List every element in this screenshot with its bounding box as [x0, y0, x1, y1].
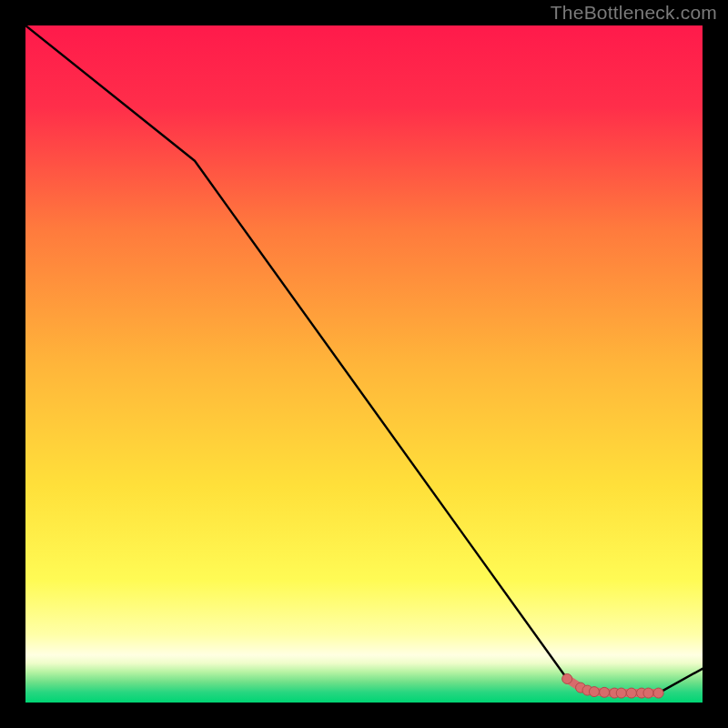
bottleneck-curve	[25, 25, 703, 693]
marker-dot	[643, 688, 653, 698]
marker-dot	[626, 688, 636, 698]
marker-group	[562, 673, 663, 698]
plot-area	[25, 25, 703, 703]
marker-dot	[589, 687, 599, 697]
marker-dot	[653, 688, 663, 698]
watermark-text: TheBottleneck.com	[551, 2, 717, 24]
marker-dot	[600, 687, 610, 697]
marker-dot	[562, 673, 572, 683]
curve-layer	[25, 25, 703, 703]
chart-stage: TheBottleneck.com	[0, 0, 728, 728]
marker-dot	[616, 688, 626, 698]
